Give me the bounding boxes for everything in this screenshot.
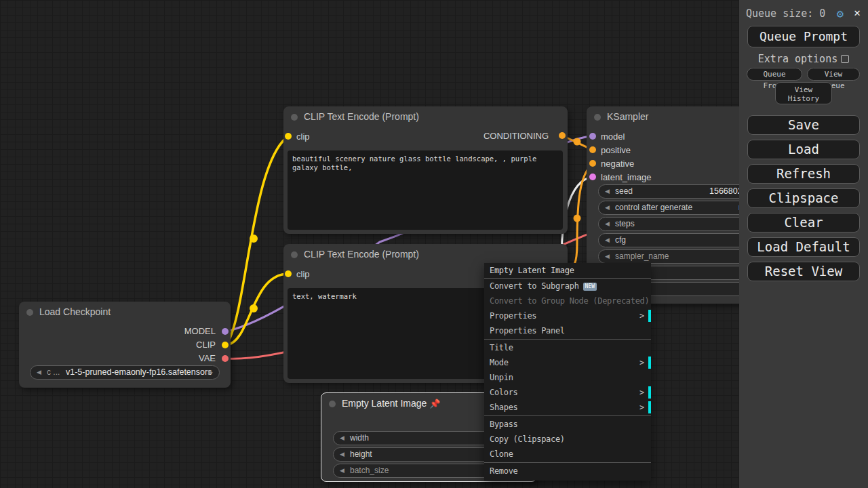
- input-label-clip: clip: [296, 131, 310, 142]
- submenu-accent-bar: [648, 386, 651, 399]
- submenu-arrow-icon: >: [639, 400, 644, 415]
- collapse-dot-icon[interactable]: [291, 114, 298, 121]
- node-title[interactable]: KSampler: [587, 106, 764, 127]
- menu-item-clone[interactable]: Clone: [484, 447, 651, 462]
- output-port-clip[interactable]: [222, 342, 229, 348]
- input-port-negative[interactable]: [589, 160, 596, 167]
- widget-steps[interactable]: ◀ steps: [598, 217, 754, 231]
- collapse-dot-icon[interactable]: [329, 401, 336, 407]
- node-title[interactable]: CLIP Text Encode (Prompt): [283, 106, 568, 127]
- submenu-accent-bar: [648, 401, 651, 413]
- input-port-latent-image[interactable]: [589, 174, 596, 180]
- menu-item-shapes[interactable]: Shapes>: [484, 400, 651, 415]
- menu-separator: [484, 339, 651, 340]
- context-menu: Empty Latent Image Convert to SubgraphNE…: [484, 263, 651, 481]
- node-load-checkpoint[interactable]: Load Checkpoint MODEL CLIP VAE ◀ c ... v…: [19, 302, 231, 388]
- close-icon[interactable]: ✕: [854, 6, 861, 19]
- input-port-model[interactable]: [589, 133, 596, 140]
- menu-item-properties[interactable]: Properties>: [484, 308, 651, 323]
- queue-prompt-button[interactable]: Queue Prompt: [747, 26, 860, 47]
- input-label-negative: negative: [601, 159, 634, 169]
- node-title[interactable]: CLIP Text Encode (Prompt): [283, 244, 568, 264]
- input-port-clip[interactable]: [285, 133, 292, 140]
- pin-icon: 📌: [429, 399, 440, 409]
- decrement-arrow-icon[interactable]: ◀: [340, 448, 344, 461]
- submenu-accent-bar: [648, 357, 651, 369]
- menu-item-mode[interactable]: Mode>: [484, 355, 651, 370]
- output-port-vae[interactable]: [222, 355, 229, 362]
- output-port-conditioning[interactable]: [559, 132, 566, 139]
- new-badge: NEW: [583, 283, 597, 291]
- decrement-arrow-icon[interactable]: ◀: [340, 464, 344, 477]
- output-label-conditioning: CONDITIONING: [484, 131, 549, 141]
- settings-gear-icon[interactable]: ⚙: [837, 7, 844, 20]
- input-label-model: model: [601, 131, 625, 142]
- output-label-clip: CLIP: [196, 340, 216, 350]
- view-history-button[interactable]: View History: [775, 82, 832, 104]
- wire-midpoint-dot[interactable]: [250, 304, 258, 312]
- node-graph-canvas[interactable]: CLIP Text Encode (Prompt) clip CONDITION…: [0, 0, 739, 488]
- wire-clip-1: [226, 136, 288, 345]
- widget-sampler-name[interactable]: ◀ sampler_name: [598, 249, 754, 264]
- input-label-clip: clip: [296, 269, 310, 279]
- node-clip-text-encode-1[interactable]: CLIP Text Encode (Prompt) clip CONDITION…: [283, 106, 568, 234]
- prev-arrow-icon[interactable]: ◀: [37, 366, 41, 379]
- load-default-button[interactable]: Load Default: [747, 237, 860, 257]
- extra-options-row: Extra options: [739, 53, 868, 65]
- widget-control-after-generate[interactable]: ◀ control after generate randomize: [598, 201, 754, 215]
- menu-separator: [484, 415, 651, 416]
- clear-button[interactable]: Clear: [747, 213, 860, 232]
- widget-value: v1-5-pruned-emaonly-fp16.safetensors: [66, 366, 212, 379]
- output-label-model: MODEL: [184, 326, 216, 336]
- queue-front-button[interactable]: Queue Front: [747, 68, 802, 81]
- input-port-clip[interactable]: [285, 270, 292, 277]
- menu-item-copy-clipspace[interactable]: Copy (Clipspace): [484, 432, 651, 447]
- collapse-dot-icon[interactable]: [594, 114, 601, 121]
- decrement-arrow-icon[interactable]: ◀: [340, 432, 344, 445]
- decrement-arrow-icon[interactable]: ◀: [605, 201, 610, 214]
- extra-options-checkbox[interactable]: [841, 55, 849, 63]
- collapse-dot-icon[interactable]: [26, 309, 33, 316]
- wire-midpoint-dot[interactable]: [574, 138, 581, 146]
- decrement-arrow-icon[interactable]: ◀: [605, 218, 610, 230]
- menu-item-properties-panel[interactable]: Properties Panel: [484, 323, 651, 338]
- queue-size-label: Queue size: 0: [746, 7, 825, 20]
- input-label-positive: positive: [601, 145, 631, 155]
- input-label-latent-image: latent_image: [601, 172, 651, 182]
- output-label-vae: VAE: [199, 353, 216, 363]
- submenu-arrow-icon: >: [639, 385, 644, 400]
- next-arrow-icon[interactable]: ▶: [208, 366, 213, 379]
- clipspace-button[interactable]: Clipspace: [747, 188, 860, 208]
- view-queue-button[interactable]: View Queue: [807, 68, 860, 81]
- comfyui-app: CLIP Text Encode (Prompt) clip CONDITION…: [0, 0, 868, 488]
- decrement-arrow-icon[interactable]: ◀: [605, 234, 610, 247]
- decrement-arrow-icon[interactable]: ◀: [605, 185, 610, 198]
- menu-item-bypass[interactable]: Bypass: [484, 417, 651, 432]
- submenu-arrow-icon: >: [639, 308, 644, 323]
- reset-view-button[interactable]: Reset View: [747, 262, 860, 281]
- menu-item-colors[interactable]: Colors>: [484, 385, 651, 400]
- save-button[interactable]: Save: [747, 115, 860, 135]
- load-button[interactable]: Load: [747, 140, 860, 159]
- node-title[interactable]: Load Checkpoint: [19, 302, 231, 322]
- wire-midpoint-dot[interactable]: [250, 235, 258, 243]
- widget-cfg[interactable]: ◀ cfg: [598, 233, 754, 247]
- output-port-model[interactable]: [222, 328, 229, 335]
- refresh-button[interactable]: Refresh: [747, 164, 860, 184]
- menu-item-title[interactable]: Title: [484, 340, 651, 355]
- widget-seed[interactable]: ◀ seed 1566802087: [598, 184, 754, 199]
- menu-item-unpin[interactable]: Unpin: [484, 370, 651, 385]
- decrement-arrow-icon[interactable]: ◀: [605, 250, 610, 263]
- widget-ckpt-name[interactable]: ◀ c ... v1-5-pruned-emaonly-fp16.safeten…: [30, 365, 220, 380]
- submenu-accent-bar: [648, 310, 651, 322]
- sidebar-menu: Queue size: 0 ⚙ ✕ Queue Prompt Extra opt…: [739, 0, 868, 488]
- prompt-textarea[interactable]: beautiful scenery nature glass bottle la…: [288, 150, 563, 230]
- menu-item-convert-to-subgraph[interactable]: Convert to SubgraphNEW: [484, 279, 651, 293]
- collapse-dot-icon[interactable]: [291, 251, 298, 258]
- context-menu-title: Empty Latent Image: [484, 263, 651, 279]
- input-port-positive[interactable]: [589, 146, 596, 153]
- submenu-arrow-icon: >: [639, 355, 644, 370]
- menu-item-remove[interactable]: Remove: [484, 464, 651, 479]
- wire-midpoint-dot[interactable]: [574, 215, 581, 222]
- menu-item-convert-to-group-node: Convert to Group Node (Deprecated): [484, 293, 651, 308]
